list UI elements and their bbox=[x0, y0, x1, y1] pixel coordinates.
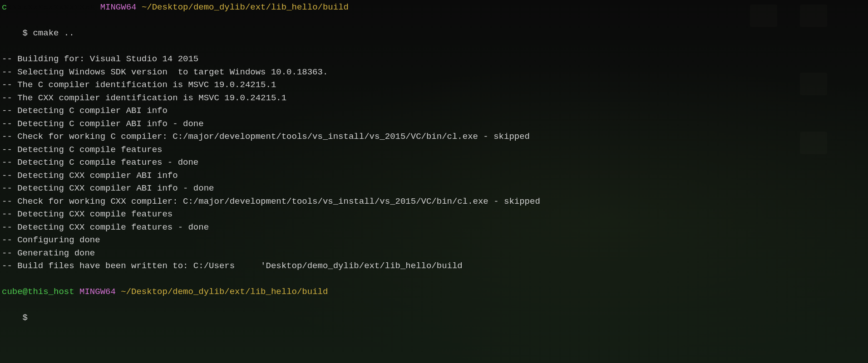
output-line: -- Detecting C compile features bbox=[2, 143, 866, 157]
mingw-label: MINGW64 bbox=[74, 285, 121, 299]
user-host: cube@this_host bbox=[2, 285, 74, 299]
output-line: -- Check for working C compiler: C:/majo… bbox=[2, 130, 866, 143]
output-line: -- Check for working CXX compiler: C:/ma… bbox=[2, 195, 866, 208]
command-line-1: $ cmake .. bbox=[2, 14, 866, 53]
output-line: -- Detecting CXX compiler ABI info - don… bbox=[2, 182, 866, 195]
prompt-symbol: $ bbox=[23, 313, 28, 323]
prompt-line-1: c xxxxxxxxxxxxxxxxx MINGW64 ~/Desktop/de… bbox=[2, 1, 866, 14]
output-line: -- The C compiler identification is MSVC… bbox=[2, 78, 866, 92]
output-line: -- Detecting CXX compile features - done bbox=[2, 221, 866, 234]
prompt-line-2: cube@this_host MINGW64 ~/Desktop/demo_dy… bbox=[2, 285, 866, 299]
prompt-symbol: $ bbox=[23, 28, 33, 38]
cwd-path: ~/Desktop/demo_dylib/ext/lib_hello/build bbox=[142, 1, 349, 14]
output-line: -- Building for: Visual Studio 14 2015 bbox=[2, 53, 866, 66]
output-line: -- Detecting C compiler ABI info - done bbox=[2, 118, 866, 131]
output-line: -- Detecting C compile features - done bbox=[2, 156, 866, 169]
command-text: cmake .. bbox=[33, 28, 74, 38]
terminal-output[interactable]: c xxxxxxxxxxxxxxxxx MINGW64 ~/Desktop/de… bbox=[2, 0, 866, 337]
command-line-2[interactable]: $ bbox=[2, 299, 866, 338]
mingw-label: MINGW64 bbox=[95, 1, 142, 14]
output-line: -- Detecting C compiler ABI info bbox=[2, 104, 866, 118]
output-line: -- Configuring done bbox=[2, 234, 866, 247]
blank-line bbox=[2, 273, 866, 286]
cwd-path: ~/Desktop/demo_dylib/ext/lib_hello/build bbox=[121, 285, 328, 299]
output-line: -- Generating done bbox=[2, 247, 866, 260]
user-host: c bbox=[2, 1, 7, 14]
output-line: -- Detecting CXX compiler ABI info bbox=[2, 169, 866, 182]
output-line: -- Selecting Windows SDK version to targ… bbox=[2, 66, 866, 79]
output-line: -- The CXX compiler identification is MS… bbox=[2, 92, 866, 105]
output-line: -- Build files have been written to: C:/… bbox=[2, 260, 866, 273]
output-line: -- Detecting CXX compile features bbox=[2, 208, 866, 221]
